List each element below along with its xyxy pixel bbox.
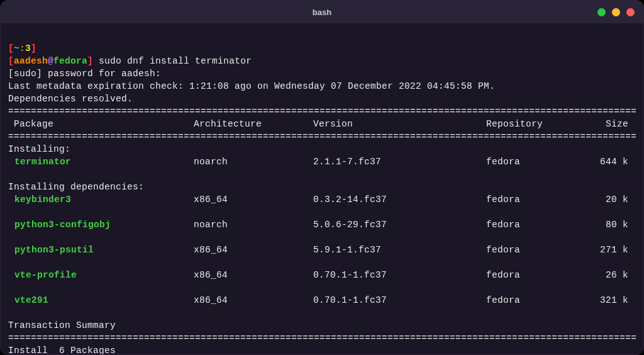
minimize-icon[interactable] [597, 8, 606, 16]
pkg-repo: fedora [486, 244, 577, 256]
pkg-name: python3-configobj [8, 218, 194, 231]
table-row: vte-profilex86_640.70.1-1.fc37fedora26 k [8, 269, 636, 281]
pkg-repo: fedora [486, 269, 577, 281]
table-row: terminatornoarch2.1.1-7.fc37fedora644 k [8, 155, 636, 168]
pkg-name: keybinder3 [8, 193, 194, 206]
pkg-size: 271 k [577, 244, 636, 256]
command-input: sudo dnf install terminator [99, 56, 252, 66]
pkg-name: vte-profile [8, 269, 194, 281]
table-row: python3-psutilx86_645.9.1-1.fc37fedora27… [8, 244, 636, 256]
pkg-size: 20 k [577, 193, 636, 206]
pkg-size: 26 k [577, 269, 636, 281]
pkg-repo: fedora [486, 294, 577, 307]
packages-table: Installing: terminatornoarch2.1.1-7.fc37… [8, 143, 636, 307]
pkg-size: 80 k [577, 218, 636, 231]
pkg-arch: x86_64 [194, 244, 313, 256]
pkg-name: vte291 [8, 294, 194, 307]
maximize-icon[interactable] [612, 8, 620, 16]
table-row: keybinder3x86_640.3.2-14.fc37fedora20 k [8, 193, 636, 206]
table-row: python3-configobjnoarch5.0.6-29.fc37fedo… [8, 218, 636, 231]
header-version: Version [313, 118, 486, 130]
terminal-output[interactable]: [~:3] [aadesh@fedora] sudo dnf install t… [1, 23, 643, 355]
pkg-version: 5.9.1-1.fc37 [313, 244, 486, 256]
deps-resolved-line: Dependencies resolved. [8, 94, 133, 104]
pkg-size: 644 k [577, 155, 636, 168]
pkg-arch: x86_64 [194, 193, 313, 206]
pkg-size: 321 k [577, 294, 636, 307]
pkg-arch: noarch [194, 218, 313, 231]
table-header-row: PackageArchitectureVersionRepositorySize [8, 118, 636, 130]
close-icon[interactable] [626, 8, 635, 16]
header-repo: Repository [486, 118, 577, 130]
pkg-version: 2.1.1-7.fc37 [313, 155, 486, 168]
txn-summary-line: Transaction Summary [8, 320, 116, 330]
installing-deps-label: Installing dependencies: [8, 182, 144, 192]
horizontal-rule: ========================================… [8, 105, 636, 118]
metadata-line: Last metadata expiration check: 1:21:08 … [8, 81, 495, 91]
pkg-version: 0.70.1-1.fc37 [313, 294, 486, 307]
pkg-repo: fedora [486, 218, 577, 231]
pkg-arch: noarch [194, 155, 313, 168]
horizontal-rule: ========================================… [8, 130, 636, 143]
pkg-arch: x86_64 [194, 294, 313, 307]
prompt-cwd: [~:3] [8, 43, 36, 54]
horizontal-rule: ========================================… [8, 332, 636, 344]
terminal-window: bash [~:3] [aadesh@fedora] sudo dnf inst… [0, 0, 644, 355]
pkg-version: 0.3.2-14.fc37 [313, 193, 486, 206]
table-row: vte291x86_640.70.1-1.fc37fedora321 k [8, 294, 636, 307]
header-package: Package [8, 118, 194, 130]
pkg-arch: x86_64 [194, 269, 313, 281]
installing-label: Installing: [8, 144, 70, 154]
pkg-repo: fedora [486, 155, 577, 168]
title-bar: bash [1, 1, 643, 23]
window-controls [597, 8, 635, 16]
pkg-version: 5.0.6-29.fc37 [313, 218, 486, 231]
header-arch: Architecture [194, 118, 313, 130]
window-title: bash [313, 8, 331, 17]
prompt-userhost: [aadesh@fedora] [8, 56, 93, 66]
sudo-prompt-line: [sudo] password for aadesh: [8, 69, 161, 79]
pkg-repo: fedora [486, 193, 577, 206]
pkg-version: 0.70.1-1.fc37 [313, 269, 486, 281]
install-count-line: Install 6 Packages [8, 346, 116, 355]
pkg-name: terminator [8, 155, 194, 168]
pkg-name: python3-psutil [8, 244, 194, 256]
header-size: Size [577, 118, 636, 130]
